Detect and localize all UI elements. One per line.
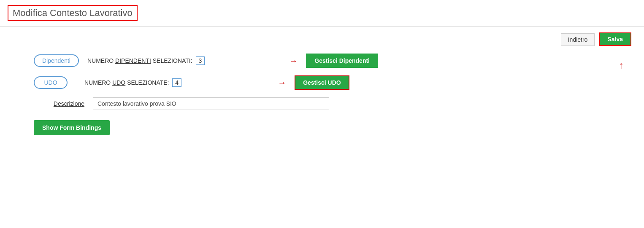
udo-oval-label: UDO (34, 76, 68, 89)
salva-wrapper: Salva ↑ (599, 32, 631, 46)
gestisci-udo-button[interactable]: Gestisci UDO (295, 75, 349, 90)
page-container: Modifica Contesto Lavorativo Indietro Sa… (0, 0, 644, 228)
salva-button[interactable]: Salva (599, 32, 631, 46)
udo-row: UDO NUMERO UDO SELEZIONATE: 4 → Gestisci… (34, 75, 631, 90)
udo-field-text: NUMERO UDO SELEZIONATE: 4 (84, 78, 181, 87)
dipendenti-row: Dipendenti NUMERO DIPENDENTI SELEZIONATI… (34, 54, 631, 68)
page-header: Modifica Contesto Lavorativo (0, 0, 644, 27)
descrizione-label: Descrizione (34, 100, 84, 107)
udo-value: 4 (172, 78, 181, 87)
dipendenti-arrow-annotation: → (289, 56, 298, 66)
top-action-bar: Indietro Salva ↑ (0, 27, 644, 46)
dipendenti-field-text: NUMERO DIPENDENTI SELEZIONATI: 3 (87, 56, 205, 65)
descrizione-row: Descrizione (34, 97, 631, 110)
udo-arrow-annotation: → (278, 78, 286, 88)
indietro-button[interactable]: Indietro (561, 33, 595, 46)
gestisci-dipendenti-button[interactable]: Gestisci Dipendenti (306, 54, 378, 68)
dipendenti-value: 3 (196, 56, 205, 65)
dipendenti-oval-label: Dipendenti (34, 54, 79, 67)
descrizione-input[interactable] (93, 97, 329, 110)
show-form-bindings-button[interactable]: Show Form Bindings (34, 120, 110, 135)
form-rows-wrapper: Dipendenti NUMERO DIPENDENTI SELEZIONATI… (0, 46, 644, 135)
show-form-bindings-wrapper: Show Form Bindings (34, 120, 631, 135)
main-form-area: Dipendenti NUMERO DIPENDENTI SELEZIONATI… (0, 46, 644, 135)
page-title: Modifica Contesto Lavorativo (8, 5, 138, 21)
